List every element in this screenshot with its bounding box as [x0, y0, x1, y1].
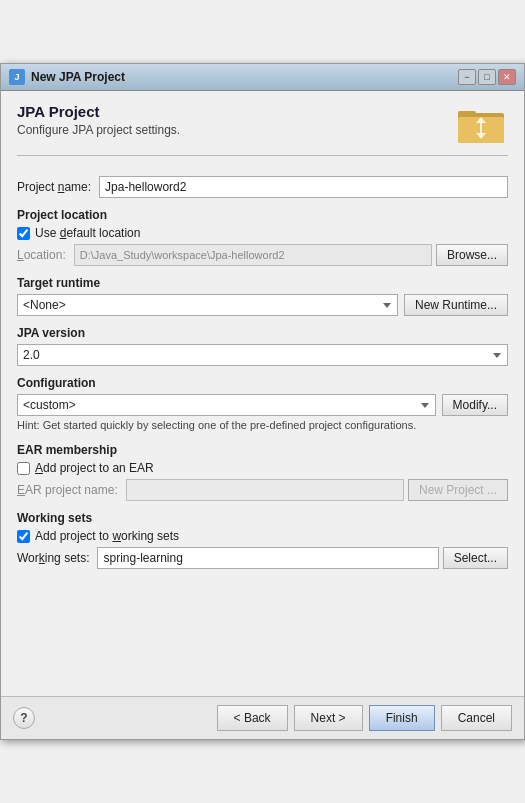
page-header: JPA Project Configure JPA project settin… [17, 103, 508, 156]
ear-checkbox[interactable] [17, 462, 30, 475]
configuration-row: <custom> Modify... [17, 394, 508, 416]
new-project-button[interactable]: New Project ... [408, 479, 508, 501]
project-name-label: Project name: [17, 180, 91, 194]
working-sets-checkbox[interactable] [17, 530, 30, 543]
page-folder-icon [456, 103, 508, 147]
cancel-button[interactable]: Cancel [441, 705, 512, 731]
next-button[interactable]: Next > [294, 705, 363, 731]
content-spacer [1, 616, 524, 696]
page-title-section: JPA Project Configure JPA project settin… [17, 103, 180, 137]
page-title: JPA Project [17, 103, 180, 120]
maximize-button[interactable]: □ [478, 69, 496, 85]
ear-checkbox-row: Add project to an EAR [17, 461, 508, 475]
target-runtime-dropdown[interactable]: <None> [17, 294, 398, 316]
page-header-section: JPA Project Configure JPA project settin… [1, 91, 524, 176]
window-title: New JPA Project [31, 70, 125, 84]
default-location-label[interactable]: Use default location [35, 226, 140, 240]
working-sets-label: Working sets: [17, 551, 89, 565]
working-sets-input[interactable] [97, 547, 438, 569]
working-sets-checkbox-label[interactable]: Add project to working sets [35, 529, 179, 543]
browse-button[interactable]: Browse... [436, 244, 508, 266]
finish-button[interactable]: Finish [369, 705, 435, 731]
target-runtime-section: Target runtime <None> New Runtime... [17, 276, 508, 316]
configuration-section: Configuration <custom> Modify... Hint: G… [17, 376, 508, 433]
svg-rect-1 [458, 111, 476, 117]
ear-membership-section: EAR membership Add project to an EAR EAR… [17, 443, 508, 501]
project-name-input[interactable] [99, 176, 508, 198]
modify-button[interactable]: Modify... [442, 394, 508, 416]
target-runtime-row: <None> New Runtime... [17, 294, 508, 316]
location-label: Location: [17, 248, 66, 262]
location-row: Location: Browse... [17, 244, 508, 266]
new-runtime-button[interactable]: New Runtime... [404, 294, 508, 316]
title-bar: J New JPA Project − □ ✕ [1, 64, 524, 91]
app-icon: J [9, 69, 25, 85]
default-location-checkbox[interactable] [17, 227, 30, 240]
ear-membership-title: EAR membership [17, 443, 508, 457]
configuration-dropdown[interactable]: <custom> [17, 394, 436, 416]
project-name-row: Project name: [17, 176, 508, 198]
svg-rect-5 [480, 122, 482, 134]
title-bar-left: J New JPA Project [9, 69, 125, 85]
main-form: Project name: Project location Use defau… [1, 176, 524, 616]
jpa-version-dropdown[interactable]: 2.0 [17, 344, 508, 366]
bottom-bar: ? < Back Next > Finish Cancel [1, 696, 524, 739]
help-button[interactable]: ? [13, 707, 35, 729]
jpa-version-title: JPA version [17, 326, 508, 340]
title-bar-controls: − □ ✕ [458, 69, 516, 85]
back-button[interactable]: < Back [217, 705, 288, 731]
configuration-hint: Hint: Get started quickly by selecting o… [17, 418, 508, 433]
close-button[interactable]: ✕ [498, 69, 516, 85]
project-location-section: Project location Use default location Lo… [17, 208, 508, 266]
default-location-checkbox-row: Use default location [17, 226, 508, 240]
target-runtime-title: Target runtime [17, 276, 508, 290]
main-window: J New JPA Project − □ ✕ JPA Project Conf… [0, 63, 525, 740]
working-sets-section: Working sets Add project to working sets… [17, 511, 508, 569]
jpa-version-section: JPA version 2.0 [17, 326, 508, 366]
ear-checkbox-label[interactable]: Add project to an EAR [35, 461, 154, 475]
project-location-title: Project location [17, 208, 508, 222]
page-subtitle: Configure JPA project settings. [17, 123, 180, 137]
configuration-title: Configuration [17, 376, 508, 390]
minimize-button[interactable]: − [458, 69, 476, 85]
ear-project-name-row: EAR project name: New Project ... [17, 479, 508, 501]
working-sets-title: Working sets [17, 511, 508, 525]
select-button[interactable]: Select... [443, 547, 508, 569]
ear-project-name-label: EAR project name: [17, 483, 118, 497]
project-name-section: Project name: [17, 176, 508, 198]
ear-project-name-dropdown[interactable] [126, 479, 404, 501]
bottom-buttons: < Back Next > Finish Cancel [217, 705, 512, 731]
location-input[interactable] [74, 244, 432, 266]
working-sets-checkbox-row: Add project to working sets [17, 529, 508, 543]
working-sets-value-row: Working sets: Select... [17, 547, 508, 569]
